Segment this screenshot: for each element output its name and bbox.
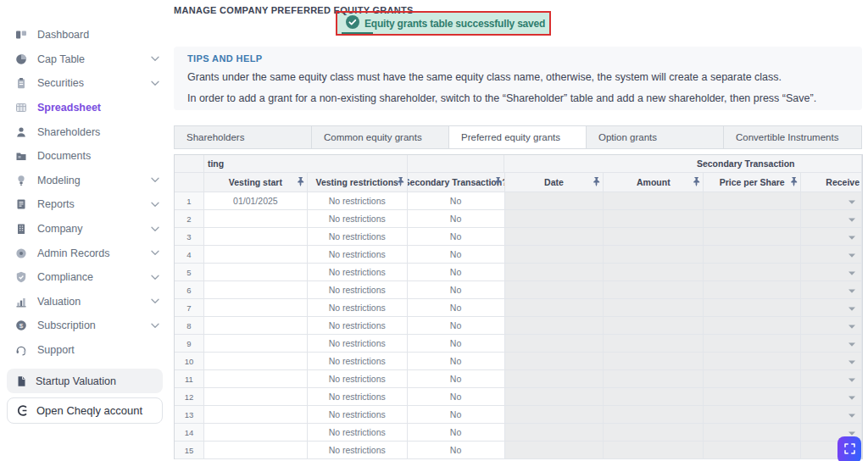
receive-dropdown-cell[interactable] <box>801 264 862 281</box>
vesting-start-cell[interactable] <box>204 424 308 442</box>
vesting-start-cell[interactable]: 01/01/2025 <box>204 192 308 210</box>
pin-icon[interactable] <box>692 176 701 188</box>
pin-icon[interactable] <box>592 176 601 188</box>
pin-icon[interactable] <box>296 176 305 188</box>
vesting-restrictions-cell[interactable]: No restrictions <box>308 406 408 424</box>
column-header-date[interactable]: Date <box>505 173 604 192</box>
vesting-start-cell[interactable] <box>204 246 308 264</box>
vesting-start-cell[interactable] <box>204 281 308 299</box>
receive-dropdown-cell[interactable] <box>801 228 862 246</box>
vesting-start-cell[interactable] <box>204 317 308 335</box>
tab-common-equity-grants[interactable]: Common equity grants <box>312 126 449 148</box>
sidebar-item-compliance[interactable]: Compliance <box>0 265 170 290</box>
receive-dropdown-cell[interactable] <box>801 370 862 388</box>
vesting-restrictions-cell[interactable]: No restrictions <box>308 317 408 335</box>
column-header-vesting-restrictions[interactable]: Vesting restrictions <box>308 173 408 192</box>
caret-down-icon <box>849 196 855 206</box>
column-header-secondary-transaction-[interactable]: Secondary Transaction? <box>408 173 505 192</box>
secondary-transaction-cell[interactable]: No <box>408 228 505 246</box>
sidebar-item-startup-valuation[interactable]: Startup Valuation <box>7 369 163 393</box>
vesting-start-cell[interactable] <box>204 370 308 388</box>
secondary-transaction-cell[interactable]: No <box>408 192 505 210</box>
sidebar-item-label: Support <box>37 344 159 356</box>
column-header-price-per-share[interactable]: Price per Share <box>704 173 801 192</box>
vesting-start-cell[interactable] <box>204 335 308 353</box>
sidebar-item-reports[interactable]: Reports <box>0 192 170 217</box>
toast-progress-bar <box>342 32 373 34</box>
pin-icon[interactable] <box>493 176 503 188</box>
vesting-restrictions-cell[interactable]: No restrictions <box>308 353 408 370</box>
sidebar-item-modeling[interactable]: Modeling <box>0 169 170 193</box>
tab-shareholders[interactable]: Shareholders <box>175 126 312 148</box>
table-body: 101/01/2025No restrictionsNo2No restrict… <box>175 192 862 459</box>
receive-dropdown-cell[interactable] <box>801 192 862 210</box>
sidebar-item-documents[interactable]: Documents <box>0 144 170 169</box>
receive-dropdown-cell[interactable] <box>801 317 862 335</box>
pin-icon[interactable] <box>789 176 798 188</box>
vesting-start-cell[interactable] <box>204 406 308 424</box>
sidebar-item-open-cheqly-account[interactable]: Open Cheqly account <box>7 397 163 424</box>
vesting-start-cell[interactable] <box>204 388 308 406</box>
column-header-vesting-start[interactable]: Vesting start <box>204 173 308 192</box>
receive-dropdown-cell[interactable] <box>801 281 862 299</box>
vesting-restrictions-cell[interactable]: No restrictions <box>308 192 408 210</box>
vesting-restrictions-cell[interactable]: No restrictions <box>308 228 408 246</box>
vesting-restrictions-cell[interactable]: No restrictions <box>308 246 408 264</box>
vesting-restrictions-cell[interactable]: No restrictions <box>308 424 408 442</box>
vesting-restrictions-cell[interactable]: No restrictions <box>308 388 408 406</box>
vesting-start-cell[interactable] <box>204 353 308 370</box>
sidebar-item-spreadsheet[interactable]: Spreadsheet <box>0 96 170 120</box>
secondary-transaction-cell[interactable]: No <box>408 317 505 335</box>
vesting-restrictions-cell[interactable]: No restrictions <box>308 335 408 353</box>
column-header-receive[interactable]: Receive <box>801 173 862 192</box>
column-header-amount[interactable]: Amount <box>604 173 704 192</box>
receive-dropdown-cell[interactable] <box>801 210 862 228</box>
secondary-transaction-cell[interactable]: No <box>408 264 505 281</box>
receive-dropdown-cell[interactable] <box>801 388 862 406</box>
secondary-transaction-cell[interactable]: No <box>408 299 505 317</box>
secondary-transaction-cell[interactable]: No <box>408 353 505 370</box>
vesting-start-cell[interactable] <box>204 442 308 459</box>
vesting-restrictions-cell[interactable]: No restrictions <box>308 264 408 281</box>
vesting-start-cell[interactable] <box>204 210 308 228</box>
sidebar-item-support[interactable]: Support <box>0 338 170 363</box>
receive-dropdown-cell[interactable] <box>801 353 862 370</box>
vesting-restrictions-cell[interactable]: No restrictions <box>308 281 408 299</box>
secondary-transaction-cell[interactable]: No <box>408 424 505 442</box>
vesting-start-cell[interactable] <box>204 264 308 281</box>
tab-option-grants[interactable]: Option grants <box>587 126 724 148</box>
tips-line: Grants under the same equity class must … <box>187 71 849 83</box>
secondary-transaction-cell[interactable]: No <box>408 246 505 264</box>
secondary-transaction-cell[interactable]: No <box>408 335 505 353</box>
secondary-transaction-cell[interactable]: No <box>408 210 505 228</box>
sidebar-item-securities[interactable]: Securities <box>0 71 170 96</box>
secondary-transaction-cell[interactable]: No <box>408 406 505 424</box>
receive-dropdown-cell[interactable] <box>801 406 862 424</box>
secondary-transaction-cell[interactable]: No <box>408 370 505 388</box>
page-title: MANAGE COMPANY PREFERRED EQUITY GRANTS <box>174 5 414 15</box>
receive-dropdown-cell[interactable] <box>801 335 862 353</box>
tab-convertible-instruments[interactable]: Convertible Instruments <box>724 126 861 148</box>
receive-dropdown-cell[interactable] <box>801 299 862 317</box>
vesting-start-cell[interactable] <box>204 228 308 246</box>
secondary-transaction-cell[interactable]: No <box>408 281 505 299</box>
secondary-transaction-cell[interactable]: No <box>408 388 505 406</box>
vesting-restrictions-cell[interactable]: No restrictions <box>308 370 408 388</box>
vesting-restrictions-cell[interactable]: No restrictions <box>308 210 408 228</box>
sidebar-item-cap-table[interactable]: Cap Table <box>0 47 170 72</box>
secondary-transaction-cell[interactable]: No <box>408 442 505 459</box>
sidebar-item-company[interactable]: Company <box>0 217 170 242</box>
pin-icon[interactable] <box>396 176 405 188</box>
row-number-cell: 9 <box>175 335 204 353</box>
expand-table-button[interactable] <box>837 436 861 461</box>
tab-preferred-equity-grants[interactable]: Preferred equity grants <box>449 126 587 148</box>
vesting-restrictions-cell[interactable]: No restrictions <box>308 299 408 317</box>
sidebar-item-shareholders[interactable]: Shareholders <box>0 119 170 144</box>
vesting-restrictions-cell[interactable]: No restrictions <box>308 442 408 459</box>
sidebar-item-dashboard[interactable]: Dashboard <box>0 23 170 47</box>
sidebar-item-admin-records[interactable]: Admin Records <box>0 241 170 265</box>
receive-dropdown-cell[interactable] <box>801 246 862 264</box>
sidebar-item-valuation[interactable]: Valuation <box>0 290 170 314</box>
vesting-start-cell[interactable] <box>204 299 308 317</box>
sidebar-item-subscription[interactable]: $Subscription <box>0 314 170 338</box>
